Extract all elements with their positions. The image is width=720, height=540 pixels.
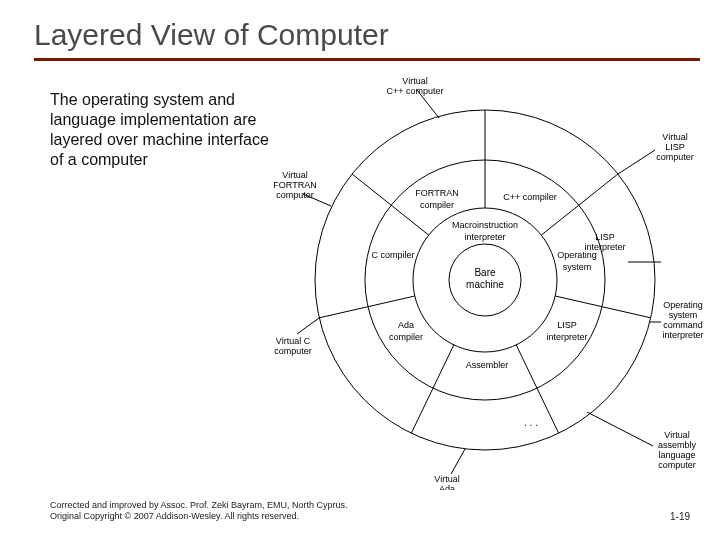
lbl-vlisp-a: Virtual [662,132,687,142]
ring3-f-b: compiler [420,200,454,210]
ring3-cpp: C++ compiler [503,192,557,202]
lbl-oscmd-d: interpreter [662,330,703,340]
svg-line-8 [433,345,454,388]
svg-text:machine: machine [466,279,504,290]
svg-line-22 [451,449,465,474]
lbl-vlisp-c: computer [656,152,694,162]
ring3-ada-b: compiler [389,332,423,342]
lbl-vc-b: computer [274,346,312,356]
svg-line-5 [541,205,579,235]
center-label: Bare [474,267,496,278]
lbl-vada-a: Virtual [434,474,459,484]
outer-lisp-a: LISP [595,232,615,242]
svg-line-19 [618,150,655,174]
title-rule [34,58,700,61]
svg-line-17 [352,174,391,205]
svg-line-15 [411,388,433,433]
footer-text: Corrected and improved by Assoc. Prof. Z… [50,500,380,522]
lbl-vf-c: computer [276,190,314,200]
lbl-vasm-a: Virtual [664,430,689,440]
page-title: Layered View of Computer [0,0,720,58]
ring3-lisp-b: interpreter [546,332,587,342]
lbl-vada-b: Ada [439,484,455,490]
svg-line-16 [319,307,368,318]
outer-ellipsis: . . . [524,417,538,428]
lbl-oscmd-a: Operating [663,300,703,310]
lbl-vf-a: Virtual [282,170,307,180]
lbl-vlisp-b: LISP [665,142,685,152]
ring3-lisp-a: LISP [557,320,577,330]
ring3-c: C compiler [371,250,414,260]
layered-diagram: Bare machine Macroinstruction interprete… [265,70,705,490]
svg-line-12 [579,174,618,205]
ring3-os-b: system [563,262,592,272]
lbl-vasm-c: language [658,450,695,460]
outer-lisp-b: interpreter [584,242,625,252]
lbl-vasm-d: computer [658,460,696,470]
svg-line-6 [555,296,602,307]
ring2-label-b: interpreter [464,232,505,242]
lbl-oscmd-b: system [669,310,698,320]
ring3-f-a: FORTRAN [415,188,458,198]
lbl-vf-b: FORTRAN [273,180,316,190]
svg-line-14 [537,388,559,433]
lbl-vasm-b: assembly [658,440,697,450]
svg-line-7 [516,345,537,388]
lbl-vcpp-a: Virtual [402,76,427,86]
ring3-ada-a: Ada [398,320,414,330]
lbl-vcpp-b: C++ computer [386,86,443,96]
ring2-label-a: Macroinstruction [452,220,518,230]
page-number: 1-19 [670,511,690,522]
lbl-oscmd-c: command [663,320,703,330]
lbl-vc-a: Virtual C [276,336,311,346]
body-text: The operating system and language implem… [50,90,270,170]
ring3-asm: Assembler [466,360,509,370]
svg-line-13 [602,307,651,318]
svg-line-9 [368,296,415,307]
svg-line-23 [587,412,653,446]
svg-line-21 [297,318,319,334]
